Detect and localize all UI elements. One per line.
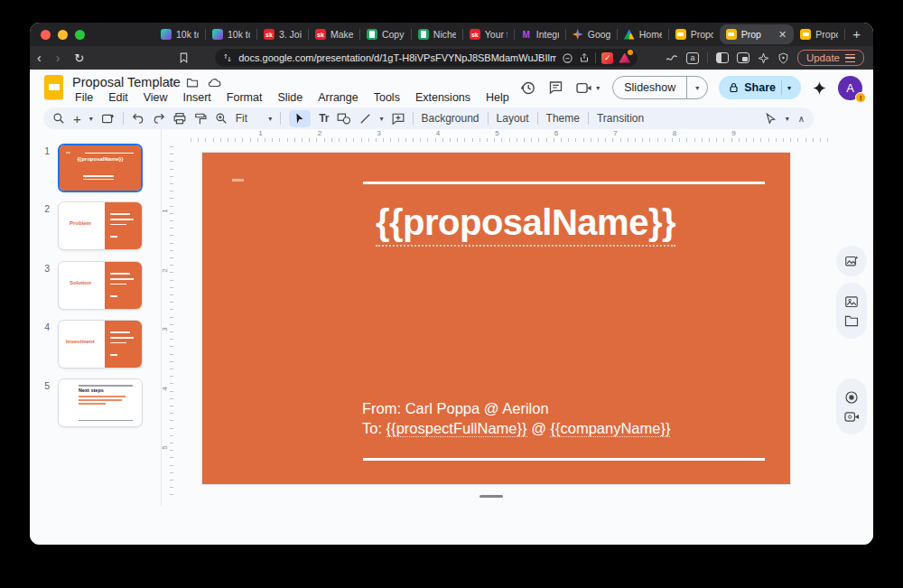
meet-camera-icon[interactable]	[576, 82, 592, 94]
menu-slide[interactable]: Slide	[274, 90, 306, 105]
paint-format-icon[interactable]	[194, 113, 207, 125]
screen-record-icon[interactable]	[844, 411, 860, 423]
zoom-window-button[interactable]	[75, 30, 85, 40]
shield-icon[interactable]	[777, 52, 789, 64]
forward-button[interactable]: ›	[49, 51, 68, 64]
chevron-down-icon[interactable]: ▾	[379, 115, 383, 123]
menu-tools[interactable]: Tools	[370, 90, 404, 105]
slide-thumbnail[interactable]: Investment	[58, 320, 143, 369]
browser-tab[interactable]: MIntegratio	[515, 24, 565, 44]
offline-status-icon[interactable]	[562, 52, 573, 64]
slide-top-rule[interactable]	[363, 182, 765, 184]
print-icon[interactable]	[173, 113, 186, 125]
slide-fromto-textbox[interactable]: From: Carl Poppa @ AerilonTo: {{prospect…	[362, 399, 670, 438]
zoom-select[interactable]: Fit	[236, 112, 247, 125]
transition-button[interactable]: Transition	[597, 112, 644, 125]
slide-title-textbox[interactable]: {{proposalName}}	[376, 202, 675, 243]
extension-mountain-icon[interactable]	[619, 52, 630, 64]
browser-tab[interactable]: 10k to $1	[154, 24, 205, 44]
menu-help[interactable]: Help	[482, 90, 513, 105]
bookmark-icon[interactable]	[178, 51, 190, 64]
menu-file[interactable]: File	[71, 90, 97, 105]
version-history-icon[interactable]	[520, 80, 535, 96]
move-folder-icon[interactable]	[186, 78, 199, 88]
browser-tab[interactable]: Niche Di	[412, 24, 462, 44]
record-icon[interactable]	[844, 390, 859, 405]
avatar[interactable]: A!	[838, 76, 862, 100]
cloud-status-icon[interactable]	[208, 78, 221, 88]
share-button[interactable]: Share ▾	[719, 76, 801, 99]
folder-icon[interactable]	[844, 315, 859, 327]
notes-resize-handle[interactable]	[479, 495, 503, 498]
insert-comment-icon[interactable]	[392, 113, 405, 125]
slide-editor[interactable]: {{proposalName}} From: Carl Poppa @ Aeri…	[201, 152, 791, 485]
insert-photo-icon[interactable]	[844, 295, 859, 309]
extension-checker-icon[interactable]: ✓	[601, 52, 613, 64]
sparkle-extension-icon[interactable]	[758, 52, 769, 64]
browser-tab[interactable]: Google G	[566, 24, 617, 44]
redo-icon[interactable]	[153, 113, 165, 125]
chevron-down-icon[interactable]: ▾	[786, 115, 789, 123]
menu-view[interactable]: View	[140, 90, 172, 105]
layout-button[interactable]: Layout	[497, 112, 529, 125]
url-bar[interactable]: docs.google.com/presentation/d/1gT-H8iVP…	[215, 49, 638, 67]
browser-tab[interactable]: Proposal	[669, 24, 720, 44]
close-window-button[interactable]	[41, 30, 51, 40]
browser-tab[interactable]: Home - G	[618, 24, 668, 44]
tab-close-icon[interactable]: ✕	[777, 30, 787, 40]
menu-format[interactable]: Format	[223, 90, 266, 105]
add-icon[interactable]: +	[73, 111, 81, 126]
slide-thumbnail[interactable]: Problem	[58, 201, 143, 250]
create-image-icon[interactable]	[844, 255, 859, 268]
line-tool-icon[interactable]	[359, 113, 371, 125]
update-browser-button[interactable]: Update	[797, 50, 864, 66]
slide-bottom-rule[interactable]	[363, 458, 765, 461]
menu-extensions[interactable]: Extensions	[412, 90, 474, 105]
laser-pointer-icon[interactable]	[765, 113, 777, 125]
menu-arrange[interactable]: Arrange	[314, 90, 361, 105]
slide-thumbnail[interactable]: Next steps	[58, 378, 143, 427]
url-text[interactable]: docs.google.com/presentation/d/1gT-H8iVP…	[238, 52, 556, 63]
browser-tab[interactable]: Proposal	[794, 24, 844, 44]
slide-accent-dash[interactable]	[232, 179, 244, 182]
chevron-down-icon[interactable]: ▾	[89, 115, 93, 123]
browser-tab[interactable]: Copy of	[360, 24, 411, 44]
picture-in-picture-icon[interactable]	[737, 52, 749, 63]
reload-button[interactable]: ↻	[67, 52, 91, 64]
document-title[interactable]: Proposal Template	[72, 75, 181, 89]
select-tool-active[interactable]	[289, 110, 311, 127]
textbox-tool[interactable]: Tr	[319, 112, 329, 125]
slideshow-options-button[interactable]: ▾	[686, 77, 707, 98]
menu-insert[interactable]: Insert	[180, 90, 215, 105]
site-settings-icon[interactable]	[222, 52, 233, 63]
shapes-icon[interactable]	[337, 113, 351, 125]
slides-logo-icon[interactable]	[44, 75, 63, 99]
back-button[interactable]: ‹	[30, 51, 49, 64]
chevron-down-icon[interactable]: ▾	[268, 115, 272, 123]
chevron-down-icon[interactable]: ▾	[596, 84, 600, 92]
share-options-button[interactable]: ▾	[781, 80, 796, 95]
menu-edit[interactable]: Edit	[105, 90, 132, 105]
sidebar-toggle-icon[interactable]	[716, 52, 729, 63]
minimize-window-button[interactable]	[58, 30, 68, 40]
browser-tab-active[interactable]: Prop✕	[720, 24, 795, 44]
reader-mode-icon[interactable]: a	[686, 52, 699, 64]
zoom-icon[interactable]	[215, 112, 228, 125]
star-icon[interactable]: ☆	[167, 76, 177, 89]
browser-tab[interactable]: 10k to $1	[206, 24, 256, 44]
highlight-tool-icon[interactable]	[666, 52, 678, 63]
share-page-icon[interactable]	[579, 51, 590, 64]
comments-icon[interactable]	[548, 80, 563, 95]
slide-thumbnail-selected[interactable]: {{proposalName}}	[58, 144, 143, 192]
new-tab-button[interactable]: +	[845, 26, 870, 43]
browser-tab[interactable]: sk3. Join 3	[257, 24, 308, 44]
new-slide-icon[interactable]	[101, 113, 115, 125]
search-icon[interactable]	[52, 112, 65, 125]
theme-button[interactable]: Theme	[546, 112, 580, 125]
browser-tab[interactable]: skYour thi	[463, 24, 514, 44]
background-button[interactable]: Background	[422, 112, 479, 125]
gemini-icon[interactable]	[812, 80, 827, 96]
collapse-toolbar-icon[interactable]: ∧	[798, 114, 805, 124]
undo-icon[interactable]	[132, 113, 144, 125]
slide-thumbnail[interactable]: Solution	[58, 261, 143, 310]
